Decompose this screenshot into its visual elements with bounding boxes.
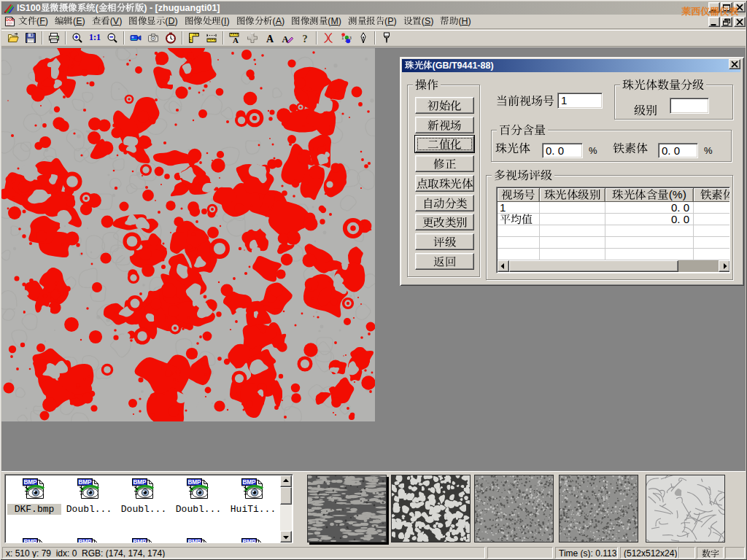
menu-item-image-processing[interactable]: (I): [182, 15, 233, 28]
pen-tool-button[interactable]: [355, 31, 372, 46]
menu-item-help[interactable]: (H): [437, 15, 473, 28]
scroll-down-button[interactable]: [280, 531, 292, 542]
menu-item-image-measure[interactable]: (M): [288, 15, 344, 28]
zoomin-icon: [71, 32, 83, 44]
scrollbar-thumb[interactable]: [280, 487, 292, 505]
status-pane-empty: [725, 547, 745, 559]
scroll-up-button[interactable]: [280, 475, 292, 487]
curve-tool-button[interactable]: [320, 31, 337, 46]
table-row[interactable]: 0. 0: [498, 214, 730, 225]
timer-button[interactable]: [162, 31, 179, 46]
toolbar-separator: [42, 31, 43, 44]
file-item-partial[interactable]: [226, 536, 280, 543]
grade-input[interactable]: [670, 98, 709, 114]
dialog-button-5[interactable]: [415, 195, 474, 211]
menu-item-image-analysis[interactable]: (A): [233, 15, 288, 28]
print-button[interactable]: [45, 31, 63, 46]
zoom-out-button[interactable]: [104, 31, 121, 46]
document-close-button[interactable]: [734, 17, 746, 27]
table-header-col0[interactable]: [498, 188, 540, 202]
title-bar[interactable]: IS100() - [zhuguangti01]: [1, 1, 746, 15]
file-item[interactable]: HuiTi...: [226, 476, 280, 542]
dialog-button-8[interactable]: [415, 253, 474, 270]
table-header-col2[interactable]: (%): [605, 188, 694, 202]
file-item-partial[interactable]: [7, 536, 61, 543]
dialog-close-button[interactable]: [729, 59, 740, 69]
toolbar: 1:1: [1, 30, 746, 47]
scroll-right-button[interactable]: [719, 260, 730, 272]
file-item[interactable]: DKF.bmp: [7, 476, 61, 542]
document-restore-button[interactable]: [721, 17, 732, 27]
document-icon[interactable]: [4, 16, 15, 27]
help-button[interactable]: [296, 31, 314, 46]
table-header-col1[interactable]: [540, 188, 605, 202]
minimize-icon: [710, 18, 719, 26]
ruler-label-button[interactable]: [226, 31, 244, 46]
dialog-button-1[interactable]: [415, 117, 474, 133]
ruler-measure-button[interactable]: [203, 31, 220, 46]
classify-icon: [340, 32, 352, 44]
bmp-file-icon: [77, 537, 101, 543]
pearlite-input[interactable]: 0. 0: [542, 143, 583, 158]
metallograph-image[interactable]: [1, 48, 375, 421]
rulerx-icon: [188, 32, 200, 44]
file-name: Doubl...: [171, 504, 225, 515]
textedit-icon: [282, 32, 293, 44]
thumbnail-4[interactable]: [559, 475, 638, 542]
menu-item-measure-report[interactable]: (P): [345, 15, 400, 28]
camera-capture-button[interactable]: [144, 31, 162, 46]
thumbnail-3[interactable]: [474, 475, 554, 542]
file-item[interactable]: Doubl...: [62, 476, 116, 542]
menu-item-view[interactable]: (V): [89, 15, 125, 28]
restore-icon: [722, 18, 731, 26]
brush-tool-button[interactable]: [378, 31, 395, 46]
video-capture-button[interactable]: [127, 31, 144, 46]
ruler-corner-button[interactable]: [185, 31, 203, 46]
dialog-title-bar[interactable]: (GB/T9441-88): [402, 59, 740, 72]
table-row[interactable]: 10. 0: [498, 202, 730, 214]
dialog-button-6[interactable]: [415, 214, 474, 230]
file-item[interactable]: Doubl...: [171, 476, 225, 542]
classify-dots-button[interactable]: [337, 31, 355, 46]
zoom-in-button[interactable]: [69, 31, 86, 46]
curve-icon: [322, 32, 334, 44]
help-icon: [299, 32, 311, 44]
file-list-scrollbar[interactable]: [280, 475, 292, 542]
menu-item-edit[interactable]: (E): [52, 15, 88, 28]
dialog-button-3[interactable]: [415, 155, 474, 172]
current-field-input[interactable]: 1: [557, 93, 603, 109]
file-item-partial[interactable]: [62, 536, 116, 543]
scroll-left-button[interactable]: [498, 260, 509, 272]
file-item[interactable]: Doubl...: [117, 476, 171, 542]
table-header-col3[interactable]: (%): [694, 188, 730, 202]
thumbnail-2[interactable]: [391, 475, 471, 542]
dialog-button-4[interactable]: [415, 175, 474, 192]
actual-size-button[interactable]: 1:1: [86, 31, 104, 46]
file-name: Doubl...: [62, 504, 116, 515]
pearlite-label: [495, 142, 530, 155]
table-cell: 1: [498, 202, 540, 214]
menu-item-image-display[interactable]: (D): [125, 15, 180, 28]
thumbnail-5[interactable]: [646, 475, 725, 542]
file-name: DKF.bmp: [7, 504, 61, 515]
open-folder-button[interactable]: [4, 31, 22, 46]
scrollbar-thumb[interactable]: [509, 260, 678, 272]
text-annotate-button[interactable]: [261, 31, 279, 46]
file-item-partial[interactable]: [171, 536, 225, 543]
file-item-partial[interactable]: [117, 536, 171, 543]
dialog-button-2[interactable]: [415, 136, 474, 152]
menu-item-settings[interactable]: (S): [400, 15, 437, 28]
move-cross-button[interactable]: [244, 31, 261, 46]
ferrite-input[interactable]: 0. 0: [658, 143, 698, 158]
bmp-file-icon: [77, 478, 101, 501]
status-resolution: (512x512x24): [620, 547, 678, 559]
dialog-button-0[interactable]: [415, 97, 474, 114]
operations-group-label: [413, 79, 441, 91]
table-horizontal-scrollbar[interactable]: [498, 260, 730, 272]
document-minimize-button[interactable]: [708, 17, 720, 27]
menu-item-file[interactable]: (F): [15, 15, 51, 28]
dialog-button-7[interactable]: [415, 233, 474, 250]
text-edit-button[interactable]: [279, 31, 296, 46]
thumbnail-1[interactable]: [307, 475, 387, 542]
save-button[interactable]: [22, 31, 39, 46]
